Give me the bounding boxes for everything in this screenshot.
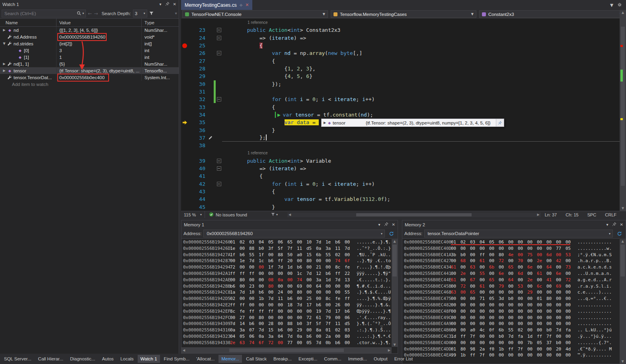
- memory-byte[interactable]: 20: [287, 258, 297, 264]
- memory-byte[interactable]: 00: [556, 352, 566, 358]
- breakpoint-margin[interactable]: [181, 42, 188, 49]
- memory-byte[interactable]: 00: [546, 352, 556, 358]
- memory-byte[interactable]: 00: [480, 245, 489, 252]
- memory-byte[interactable]: 02: [230, 296, 240, 302]
- datatip-pin-icon[interactable]: [496, 119, 504, 127]
- pin-icon[interactable]: [384, 222, 388, 227]
- memory-byte[interactable]: 64: [316, 283, 326, 290]
- memory-byte[interactable]: 00: [345, 252, 354, 258]
- bottom-tab[interactable]: Watch 1: [138, 355, 160, 363]
- memory-byte[interactable]: 11: [335, 321, 345, 327]
- memory-byte[interactable]: 00: [230, 315, 240, 321]
- memory-byte[interactable]: 02: [335, 327, 345, 333]
- memory-byte[interactable]: 00: [230, 258, 240, 264]
- memory-byte[interactable]: 03: [249, 239, 259, 245]
- memory-byte[interactable]: 00: [259, 264, 268, 271]
- memory-byte[interactable]: 00: [316, 333, 326, 340]
- memory-byte[interactable]: 72: [230, 264, 240, 271]
- memory-byte[interactable]: 29: [527, 289, 537, 296]
- memory-byte[interactable]: fa: [518, 333, 527, 340]
- memory-byte[interactable]: 00: [451, 271, 460, 277]
- memory-byte[interactable]: 00: [527, 271, 537, 277]
- watch-value-cell[interactable]: 1: [57, 54, 142, 60]
- memory-byte[interactable]: 63: [240, 340, 249, 346]
- memory-byte[interactable]: ff: [460, 333, 470, 340]
- chevron-down-icon[interactable]: ▾: [381, 232, 382, 236]
- memory-byte[interactable]: 00: [230, 277, 240, 283]
- memory-byte[interactable]: 74: [297, 277, 306, 283]
- memory-byte[interactable]: 1e: [326, 239, 335, 245]
- memory-byte[interactable]: 65: [508, 264, 518, 271]
- memory-byte[interactable]: 6d: [546, 252, 556, 258]
- memory-byte[interactable]: 7d: [335, 277, 345, 283]
- memory-byte[interactable]: 00: [460, 308, 470, 315]
- glyph-margin[interactable]: [181, 195, 188, 203]
- memory-byte[interactable]: 00: [326, 264, 335, 271]
- memory-byte[interactable]: 77: [556, 245, 566, 252]
- memory-byte[interactable]: ff: [240, 302, 249, 308]
- glyph-margin[interactable]: [181, 149, 188, 157]
- memory-byte[interactable]: 00: [546, 289, 556, 296]
- memory-byte[interactable]: 00: [326, 289, 335, 296]
- bottom-tab[interactable]: Diagnostic...: [67, 355, 98, 363]
- bottom-tab[interactable]: Comm...: [321, 355, 344, 363]
- toolbar-overflow-icon[interactable]: »: [174, 12, 178, 14]
- memory-byte[interactable]: 00: [268, 315, 278, 321]
- memory-byte[interactable]: 7d: [326, 308, 335, 315]
- memory-byte[interactable]: 00: [566, 302, 575, 308]
- memory-byte[interactable]: 00: [518, 308, 527, 315]
- memory-byte[interactable]: 00: [451, 258, 460, 264]
- memory-byte[interactable]: 00: [335, 283, 345, 290]
- memory-byte[interactable]: 00: [489, 321, 499, 327]
- memory-byte[interactable]: 00: [499, 340, 508, 346]
- watch-row[interactable]: ◆[1]1int: [0, 54, 179, 60]
- memory-byte[interactable]: ff: [345, 296, 354, 302]
- memory-byte[interactable]: 01: [451, 346, 460, 352]
- memory-byte[interactable]: 7d: [316, 340, 326, 346]
- memory-byte[interactable]: 00: [278, 321, 287, 327]
- bottom-tab[interactable]: 'Allocat...: [193, 355, 217, 363]
- memory-byte[interactable]: 00: [345, 239, 354, 245]
- memory-byte[interactable]: 1d: [451, 333, 460, 340]
- horizontal-scrollbar-thumb[interactable]: [229, 348, 343, 352]
- memory-byte[interactable]: 65: [287, 239, 297, 245]
- close-icon[interactable]: ✕: [173, 2, 176, 6]
- memory-byte[interactable]: 7d: [345, 346, 354, 347]
- memory-byte[interactable]: 00: [556, 321, 566, 327]
- memory2-vscrollbar[interactable]: ▲ ▼: [620, 239, 626, 364]
- memory-byte[interactable]: ff: [230, 271, 240, 277]
- member-dropdown[interactable]: Constant2x3 ▼: [479, 10, 625, 18]
- memory-byte[interactable]: 55: [345, 289, 354, 296]
- memory-byte[interactable]: 00: [480, 340, 489, 346]
- memory-byte[interactable]: 00: [480, 333, 489, 340]
- memory-byte[interactable]: 00: [499, 352, 508, 358]
- memory-byte[interactable]: fe: [345, 264, 354, 271]
- memory-byte[interactable]: b6: [297, 264, 306, 271]
- search-box[interactable]: ▾: [2, 10, 86, 18]
- memory-byte[interactable]: 00: [489, 352, 499, 358]
- memory-byte[interactable]: 21: [316, 264, 326, 271]
- memory-byte[interactable]: 98: [470, 346, 480, 352]
- memory-byte[interactable]: 89: [249, 346, 259, 347]
- memory-byte[interactable]: 7b: [527, 340, 537, 346]
- memory-byte[interactable]: fa: [566, 327, 575, 333]
- memory-byte[interactable]: ff: [335, 271, 345, 277]
- memory-byte[interactable]: d5: [306, 245, 316, 252]
- tab-close-icon[interactable]: ✕: [245, 2, 249, 8]
- memory-byte[interactable]: 00: [335, 315, 345, 321]
- memory-byte[interactable]: 3b: [451, 252, 460, 258]
- memory-byte[interactable]: 80: [240, 277, 249, 283]
- memory-byte[interactable]: 00: [451, 302, 460, 308]
- memory-byte[interactable]: 61: [480, 258, 489, 264]
- memory-byte[interactable]: 11: [278, 296, 287, 302]
- memory-byte[interactable]: 6b: [499, 327, 508, 333]
- memory-byte[interactable]: 00: [470, 296, 480, 302]
- memory-byte[interactable]: 00: [537, 346, 546, 352]
- memory-byte[interactable]: b0: [259, 245, 268, 252]
- memory-byte[interactable]: b6: [326, 271, 335, 277]
- memory-byte[interactable]: ff: [259, 308, 268, 315]
- memory-byte[interactable]: 80: [259, 315, 268, 321]
- memory-byte[interactable]: 2e: [527, 277, 537, 283]
- memory-byte[interactable]: 00: [451, 245, 460, 252]
- pin-icon[interactable]: [165, 2, 170, 7]
